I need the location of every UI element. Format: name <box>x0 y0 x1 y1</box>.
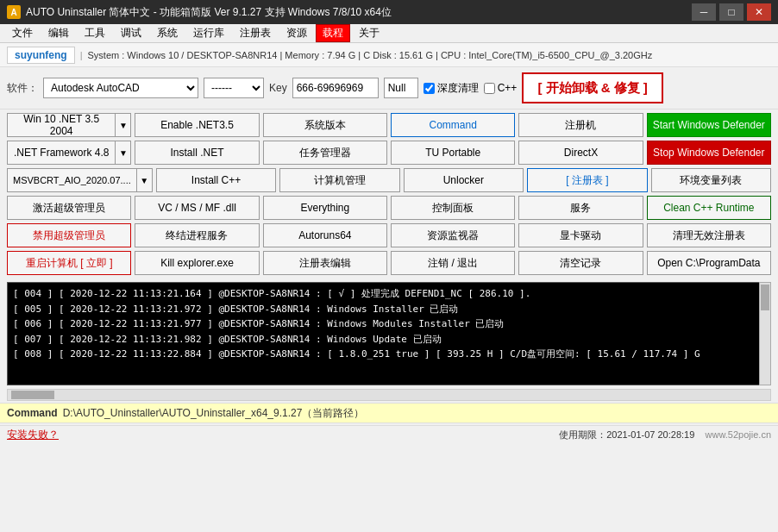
status-right: 使用期限：2021-01-07 20:28:19 www.52pojie.cn <box>559 429 771 441</box>
command-input[interactable] <box>63 407 771 419</box>
log-line-1: [ 004 ] [ 2020-12-22 11:13:21.164 ] @DES… <box>13 286 753 302</box>
menu-runtime[interactable]: 运行库 <box>186 24 231 42</box>
command-bar: Command <box>0 403 778 423</box>
open-programdata-btn[interactable]: Open C:\ProgramData <box>647 251 771 275</box>
clean-cpp-runtime-btn[interactable]: Clean C++ Runtime <box>647 196 771 220</box>
menu-edit[interactable]: 编辑 <box>41 24 76 42</box>
info-bar: suyunfeng | System : Windows 10 / DESKTO… <box>0 43 778 67</box>
command-label: Command <box>7 407 58 419</box>
keygen-btn[interactable]: 注册机 <box>518 113 643 137</box>
everything-btn[interactable]: Everything <box>263 196 387 220</box>
logout-btn[interactable]: 注销 / 退出 <box>391 251 515 275</box>
log-line-5: [ 008 ] [ 2020-12-22 11:13:22.884 ] @DES… <box>13 347 753 362</box>
button-row-1: Win 10 .NET 3.5 2004 ▼ Enable .NET3.5 系统… <box>7 113 771 137</box>
install-fail-link[interactable]: 安装失败？ <box>7 428 59 442</box>
restart-now-btn[interactable]: 重启计算机 [ 立即 ] <box>7 251 131 275</box>
menu-registry[interactable]: 注册表 <box>233 24 278 42</box>
system-info: System : Windows 10 / DESKTOP-SA8NR14 | … <box>88 50 653 60</box>
menu-tutorial[interactable]: 载程 <box>316 24 350 42</box>
log-area[interactable]: [ 004 ] [ 2020-12-22 11:13:21.164 ] @DES… <box>7 282 771 385</box>
command-btn[interactable]: Command <box>391 113 515 137</box>
install-cpp-btn[interactable]: Install C++ <box>156 168 276 192</box>
title-bar: A AUTO Uninstaller 简体中文 - 功能箱简版 Ver 9.1.… <box>0 0 778 24</box>
button-row-2: .NET Framework 4.8 ▼ Install .NET 任务管理器 … <box>7 141 771 165</box>
unlocker-btn[interactable]: Unlocker <box>404 168 524 192</box>
button-row-6: 重启计算机 [ 立即 ] Kill explorer.exe 注册表编辑 注销 … <box>7 251 771 275</box>
main-action-button[interactable]: [ 开始卸载 & 修复 ] <box>522 72 663 103</box>
install-net-btn[interactable]: Install .NET <box>135 141 259 165</box>
clear-log-btn[interactable]: 清空记录 <box>518 251 643 275</box>
menu-file[interactable]: 文件 <box>5 24 40 42</box>
menu-debug[interactable]: 调试 <box>114 24 148 42</box>
log-line-3: [ 006 ] [ 2020-12-22 11:13:21.977 ] @DES… <box>13 316 753 332</box>
minimize-button[interactable]: ─ <box>692 3 716 21</box>
directx-btn[interactable]: DirectX <box>518 141 643 165</box>
start-defender-btn[interactable]: Start Windows Defender <box>647 113 771 137</box>
menu-resource[interactable]: 资源 <box>279 24 314 42</box>
net35-btn[interactable]: Win 10 .NET 3.5 2004 ▼ <box>7 113 131 137</box>
deep-clean-checkbox-label[interactable]: 深度清理 <box>424 81 479 96</box>
horizontal-scrollbar[interactable] <box>7 389 771 401</box>
expiry-text: 使用期限：2021-01-07 20:28:19 <box>559 429 694 440</box>
log-scrollbar-thumb[interactable] <box>761 285 769 310</box>
h-scrollbar-thumb[interactable] <box>11 391 54 399</box>
resource-monitor-btn[interactable]: 资源监视器 <box>391 223 515 247</box>
key-label: Key <box>269 82 287 94</box>
suffix-select[interactable]: ------ <box>204 78 264 98</box>
username-tag: suyunfeng <box>7 47 75 64</box>
menu-bar: 文件 编辑 工具 调试 系统 运行库 注册表 资源 载程 关于 <box>0 24 778 43</box>
watermark-text: www.52pojie.cn <box>706 429 771 440</box>
log-line-2: [ 005 ] [ 2020-12-22 11:13:21.972 ] @DES… <box>13 302 753 317</box>
status-bar: 安装失败？ 使用期限：2021-01-07 20:28:19 www.52poj… <box>0 425 778 444</box>
info-separator: | <box>80 50 83 60</box>
stop-defender-btn[interactable]: Stop Windows Defender <box>647 141 771 165</box>
button-row-3: MSVBCRT_AIO_2020.07.... ▼ Install C++ 计算… <box>7 168 771 192</box>
computer-manage-btn[interactable]: 计算机管理 <box>279 168 399 192</box>
buttons-area: Win 10 .NET 3.5 2004 ▼ Enable .NET3.5 系统… <box>0 110 778 279</box>
app-icon: A <box>7 5 21 19</box>
services-btn[interactable]: 服务 <box>518 196 643 220</box>
registry-edit-btn[interactable]: 注册表编辑 <box>263 251 387 275</box>
menu-tools[interactable]: 工具 <box>78 24 112 42</box>
log-wrapper: [ 004 ] [ 2020-12-22 11:13:21.164 ] @DES… <box>7 282 771 385</box>
deep-clean-checkbox[interactable] <box>424 83 435 94</box>
title-bar-text: AUTO Uninstaller 简体中文 - 功能箱简版 Ver 9.1.27… <box>26 5 392 20</box>
menu-about[interactable]: 关于 <box>352 24 386 42</box>
log-line-4: [ 007 ] [ 2020-12-22 11:13:21.982 ] @DES… <box>13 332 753 347</box>
menu-system[interactable]: 系统 <box>150 24 185 42</box>
system-version-btn[interactable]: 系统版本 <box>263 113 387 137</box>
gpu-driver-btn[interactable]: 显卡驱动 <box>518 223 643 247</box>
msvbcrt-btn[interactable]: MSVBCRT_AIO_2020.07.... ▼ <box>7 168 153 192</box>
software-select[interactable]: Autodesk AutoCAD <box>43 78 198 98</box>
kill-explorer-btn[interactable]: Kill explorer.exe <box>135 251 259 275</box>
title-bar-left: A AUTO Uninstaller 简体中文 - 功能箱简版 Ver 9.1.… <box>7 5 392 20</box>
registry-table-btn[interactable]: [ 注册表 ] <box>527 168 647 192</box>
env-vars-btn[interactable]: 环境变量列表 <box>651 168 771 192</box>
maximize-button[interactable]: □ <box>719 3 743 21</box>
button-row-4: 激活超级管理员 VC / MS / MF .dll Everything 控制面… <box>7 196 771 220</box>
control-panel-btn[interactable]: 控制面板 <box>391 196 515 220</box>
cpp-checkbox-label[interactable]: C++ <box>484 82 518 94</box>
activate-admin-btn[interactable]: 激活超级管理员 <box>7 196 131 220</box>
title-bar-controls: ─ □ ✕ <box>692 3 771 21</box>
key-input[interactable] <box>292 78 379 98</box>
software-bar: 软件： Autodesk AutoCAD ------ Key 深度清理 C++… <box>0 67 778 110</box>
cpp-checkbox[interactable] <box>484 83 495 94</box>
tu-portable-btn[interactable]: TU Portable <box>391 141 515 165</box>
disable-admin-btn[interactable]: 禁用超级管理员 <box>7 223 131 247</box>
net48-btn[interactable]: .NET Framework 4.8 ▼ <box>7 141 131 165</box>
enable-net35-btn[interactable]: Enable .NET3.5 <box>135 113 259 137</box>
vc-ms-mf-btn[interactable]: VC / MS / MF .dll <box>135 196 259 220</box>
autoruns64-btn[interactable]: Autoruns64 <box>263 223 387 247</box>
close-button[interactable]: ✕ <box>747 3 771 21</box>
software-label: 软件： <box>7 81 38 96</box>
log-vertical-scrollbar[interactable] <box>759 282 771 385</box>
null-input[interactable] <box>384 78 418 98</box>
button-row-5: 禁用超级管理员 终结进程服务 Autoruns64 资源监视器 显卡驱动 清理无… <box>7 223 771 247</box>
kill-process-btn[interactable]: 终结进程服务 <box>135 223 259 247</box>
task-manager-btn[interactable]: 任务管理器 <box>263 141 387 165</box>
clean-registry-btn[interactable]: 清理无效注册表 <box>647 223 771 247</box>
